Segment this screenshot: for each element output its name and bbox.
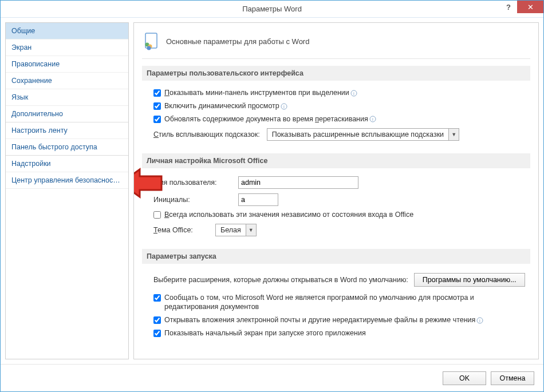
dialog-footer: OK Отмена (1, 364, 543, 391)
input-username[interactable] (238, 176, 358, 189)
nav-item-save[interactable]: Сохранение (6, 73, 128, 89)
svg-text:i: i (372, 117, 373, 122)
info-icon[interactable]: i (369, 116, 376, 122)
checkbox-tell-not-default[interactable] (153, 294, 161, 302)
section-ui-heading: Параметры пользовательского интерфейса (142, 66, 530, 81)
nav-item-qat[interactable]: Панель быстрого доступа (6, 139, 128, 156)
checkbox-show-start-screen[interactable] (153, 330, 161, 337)
checkbox-show-minitoolbar[interactable] (153, 89, 161, 97)
cancel-button[interactable]: Отмена (491, 371, 534, 385)
label-open-attachments-reading: Открывать вложения электронной почты и д… (164, 315, 483, 325)
content-pane: Основные параметры для работы с Word Пар… (133, 22, 539, 359)
chevron-down-icon: ▼ (448, 129, 459, 140)
nav-item-addins[interactable]: Надстройки (6, 156, 128, 172)
label-always-use-values: Всегда использовать эти значения независ… (164, 210, 413, 220)
svg-point-3 (147, 46, 151, 50)
nav-item-proofing[interactable]: Правописание (6, 56, 128, 73)
svg-text:i: i (353, 91, 354, 96)
label-username: Имя пользователя: (153, 179, 234, 187)
close-button[interactable]: ✕ (517, 1, 543, 13)
info-icon[interactable]: i (281, 103, 287, 110)
nav-item-trust-center[interactable]: Центр управления безопасностью (6, 172, 128, 189)
info-icon[interactable]: i (476, 317, 483, 324)
label-show-start-screen: Показывать начальный экран при запуске э… (164, 328, 366, 338)
info-icon[interactable]: i (350, 90, 357, 97)
section-personal-heading: Личная настройка Microsoft Office (142, 153, 530, 168)
nav-item-advanced[interactable]: Дополнительно (6, 106, 128, 122)
label-initials: Инициалы: (153, 196, 234, 204)
nav-item-customize-ribbon[interactable]: Настроить ленту (6, 122, 128, 139)
label-default-extensions: Выберите расширения, которые должны откр… (153, 276, 408, 284)
page-title: Основные параметры для работы с Word (166, 37, 309, 46)
word-options-dialog: Параметры Word ? ✕ Общие Экран Правописа… (0, 0, 544, 392)
input-initials[interactable] (238, 193, 278, 206)
window-title: Параметры Word (1, 5, 543, 13)
checkbox-open-attachments-reading[interactable] (153, 316, 161, 324)
nav-sidebar: Общие Экран Правописание Сохранение Язык… (5, 22, 129, 359)
dropdown-tooltip-style[interactable]: Показывать расширенные всплывающие подск… (267, 128, 459, 141)
label-office-theme: Тема Office: (153, 226, 211, 234)
svg-text:i: i (479, 318, 480, 323)
nav-item-general[interactable]: Общие (6, 23, 128, 39)
nav-item-display[interactable]: Экран (6, 39, 128, 56)
svg-text:i: i (283, 104, 285, 109)
label-live-preview: Включить динамический просмотрi (164, 101, 287, 111)
label-update-drag: Обновлять содержимое документа во время … (164, 114, 376, 124)
section-startup-heading: Параметры запуска (142, 249, 530, 264)
button-default-programs[interactable]: Программы по умолчанию... (414, 273, 525, 287)
ok-button[interactable]: OK (443, 371, 486, 385)
nav-item-language[interactable]: Язык (6, 89, 128, 106)
checkbox-live-preview[interactable] (153, 102, 161, 110)
help-button[interactable]: ? (500, 1, 517, 13)
chevron-down-icon: ▼ (246, 224, 256, 236)
label-show-minitoolbar: Показывать мини-панель инструментов при … (164, 88, 357, 98)
page-header: Основные параметры для работы с Word (142, 29, 530, 59)
label-tell-not-default: Сообщать о том, что Microsoft Word не яв… (164, 293, 519, 312)
titlebar: Параметры Word ? ✕ (1, 1, 543, 18)
checkbox-always-use-values[interactable] (153, 211, 161, 219)
dropdown-office-theme[interactable]: Белая ▼ (215, 224, 257, 236)
label-tooltip-style: Стиль всплывающих подсказок: (153, 130, 260, 138)
checkbox-update-drag[interactable] (153, 116, 161, 123)
general-options-icon (142, 32, 160, 50)
